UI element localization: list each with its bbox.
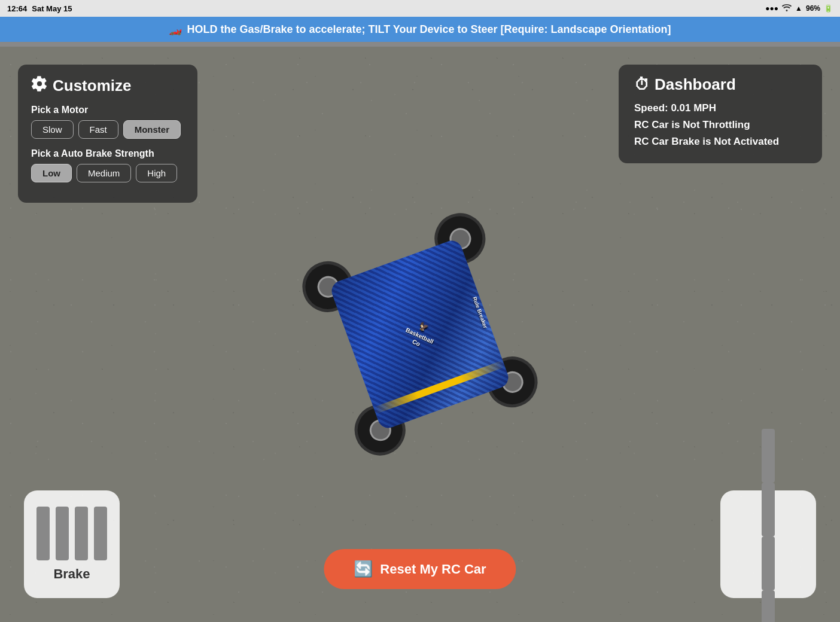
throttle-stat: RC Car is Not Throttling [634, 119, 806, 131]
battery-display: 96% [806, 4, 820, 13]
status-bar: 12:64 Sat May 15 ●●● ▲ 96% 🔋 [0, 0, 840, 17]
brake-pedal-lines [36, 507, 107, 560]
pedal-line-3 [75, 507, 88, 560]
dashboard-title: Dashboard [655, 75, 736, 94]
motor-slow-button[interactable]: Slow [31, 120, 74, 139]
game-area: Customize Pick a Motor Slow Fast Monster… [0, 47, 840, 622]
brake-options: Low Medium High [31, 164, 184, 182]
gas-pedal-line-4 [762, 590, 775, 622]
brake-medium-button[interactable]: Medium [77, 164, 131, 182]
speed-stat: Speed: 0.01 MPH [634, 102, 806, 114]
pedal-line-4 [94, 507, 107, 560]
car-body: 🦅BasketballCo Rule Breaker [328, 238, 511, 431]
reset-icon: 🔄 [354, 560, 373, 578]
reset-button[interactable]: 🔄 Reset My RC Car [324, 549, 516, 589]
time-display: 12:64 [7, 4, 27, 13]
rule-breaker-text: Rule Breaker [472, 296, 489, 330]
brake-pedal[interactable]: Brake [24, 490, 120, 598]
gas-pedal[interactable]: Gas [720, 490, 816, 598]
motor-options: Slow Fast Monster [31, 120, 184, 139]
gas-pedal-line-1 [762, 429, 775, 483]
gas-pedal-line-2 [762, 483, 775, 536]
pedal-line-1 [36, 507, 50, 560]
location-icon: ▲ [795, 4, 802, 13]
customize-panel: Customize Pick a Motor Slow Fast Monster… [18, 65, 197, 203]
speedometer-icon: ⏱ [634, 75, 650, 94]
motor-monster-button[interactable]: Monster [123, 120, 181, 139]
brake-high-button[interactable]: High [136, 164, 177, 182]
instruction-bar: 🏎️ HOLD the Gas/Brake to accelerate; TIL… [0, 17, 840, 42]
brake-low-button[interactable]: Low [31, 164, 72, 182]
wifi-icon [782, 4, 792, 13]
gas-pedal-lines [762, 429, 775, 622]
signal-icon: ●●● [765, 4, 778, 13]
dashboard-panel: ⏱ Dashboard Speed: 0.01 MPH RC Car is No… [619, 65, 822, 163]
car-stripe [373, 360, 505, 414]
customize-title: Customize [53, 77, 131, 95]
date-display: Sat May 15 [32, 4, 72, 13]
car-body-text: 🦅BasketballCo [401, 316, 439, 352]
brake-section-label: Pick a Auto Brake Strength [31, 148, 184, 159]
brake-stat: RC Car Brake is Not Activated [634, 136, 806, 148]
battery-icon: 🔋 [824, 4, 833, 13]
instruction-text: HOLD the Gas/Brake to accelerate; TILT Y… [187, 23, 671, 36]
motor-section-label: Pick a Motor [31, 105, 184, 115]
brake-label: Brake [53, 566, 90, 582]
gear-icon [31, 75, 48, 96]
pedal-line-2 [56, 507, 69, 560]
gas-pedal-line-3 [762, 536, 775, 590]
motor-fast-button[interactable]: Fast [78, 120, 118, 139]
reset-label: Reset My RC Car [380, 562, 486, 577]
instruction-icon: 🏎️ [169, 23, 182, 36]
rc-car: 🦅BasketballCo Rule Breaker [285, 193, 554, 475]
